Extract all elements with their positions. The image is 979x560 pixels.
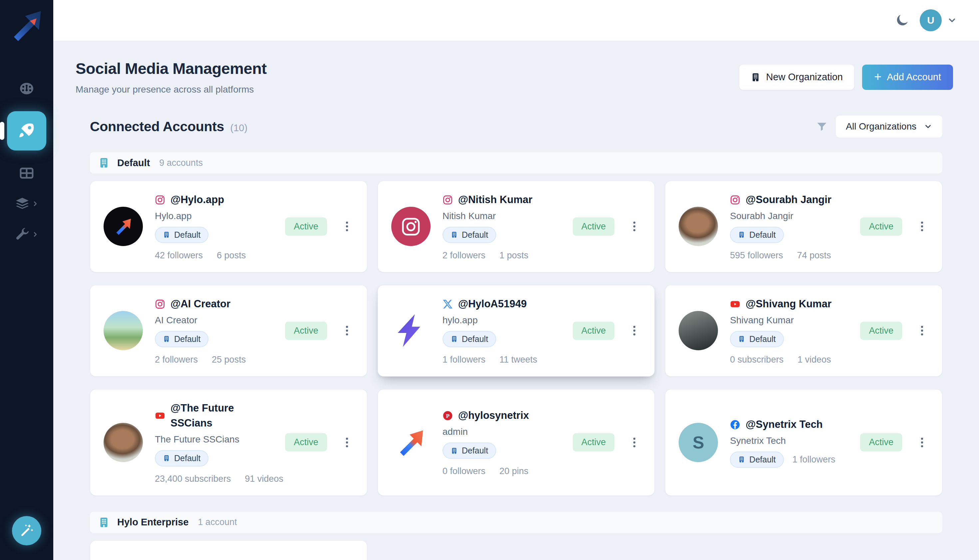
layers-icon — [14, 196, 30, 212]
kebab-menu-icon — [340, 322, 354, 339]
chevron-right-icon — [32, 200, 39, 207]
stat-value: 11 tweets — [499, 355, 537, 365]
more-options-button[interactable] — [340, 434, 354, 451]
account-avatar: S — [679, 423, 718, 462]
account-handle: @AI Creator — [170, 297, 230, 312]
stat-value: 2 followers — [155, 355, 198, 365]
account-card[interactable]: @Hylo.app Hylo.app Default 42 followers6… — [90, 181, 367, 272]
account-handle: @Hylo.app — [170, 192, 224, 207]
account-group: Hylo Enterprise 1 account R @Rudra Rudra… — [90, 512, 942, 560]
account-handle: @Sourabh Jangir — [746, 192, 832, 207]
more-options-button[interactable] — [628, 434, 641, 451]
organization-badge: Default — [155, 450, 208, 467]
instagram-icon — [155, 195, 165, 205]
account-avatar — [391, 311, 430, 350]
user-menu[interactable]: U — [920, 9, 957, 31]
sidebar-item-apps[interactable] — [18, 165, 35, 181]
instagram-logo — [391, 207, 430, 246]
organization-badge-label: Default — [749, 230, 776, 240]
organization-building-icon — [98, 157, 110, 169]
account-card[interactable]: @AI Creator AI Creator Default 2 followe… — [90, 285, 367, 377]
new-organization-button[interactable]: New Organization — [739, 65, 854, 90]
profile-photo — [103, 311, 143, 350]
account-card[interactable]: @HyloA51949 hylo.app Default 1 followers… — [378, 285, 655, 377]
organization-building-icon — [98, 517, 110, 528]
organization-group-header[interactable]: Hylo Enterprise 1 account — [90, 512, 942, 533]
building-icon — [163, 335, 170, 343]
account-card[interactable]: P @hylosynetrix admin Default 0 follower… — [378, 389, 655, 496]
more-options-button[interactable] — [628, 322, 641, 339]
building-icon — [450, 335, 458, 343]
organization-badge: Default — [442, 331, 496, 347]
dark-mode-toggle[interactable] — [894, 13, 910, 28]
account-cards-grid: R @Rudra Rudra Hylo Enterprise Active — [90, 540, 942, 560]
status-badge: Active — [573, 322, 615, 340]
account-card[interactable]: @The Future SSCians The Future SSCians D… — [90, 389, 367, 496]
status-badge: Active — [285, 433, 327, 452]
more-options-button[interactable] — [628, 218, 641, 235]
more-options-button[interactable] — [340, 218, 354, 235]
building-icon — [450, 231, 458, 238]
stat-value: 1 posts — [499, 250, 529, 261]
building-icon — [450, 447, 458, 455]
account-card[interactable]: S @Synetrix Tech Synetrix Tech Default 1… — [665, 389, 942, 496]
status-badge: Active — [860, 433, 902, 452]
hylo-arrow-logo — [395, 427, 426, 458]
connected-accounts-header: Connected Accounts (10) All Organization… — [90, 115, 942, 138]
account-handle: @Rudra — [170, 557, 210, 560]
building-icon — [751, 72, 761, 82]
sidebar-item-social-accounts[interactable] — [7, 111, 46, 150]
account-stats: 23,400 subscribers91 videos — [155, 474, 285, 484]
status-badge: Active — [285, 322, 327, 340]
organization-badge-label: Default — [749, 334, 776, 344]
stat-value: 595 followers — [730, 250, 783, 261]
account-stats: 2 followers1 posts — [442, 250, 573, 261]
grid-icon — [18, 165, 35, 181]
page-title: Social Media Management — [76, 59, 267, 78]
instagram-icon — [730, 195, 740, 205]
more-options-button[interactable] — [916, 434, 929, 451]
chevron-right-icon — [32, 231, 39, 238]
account-display-name: The Future SSCians — [155, 434, 285, 445]
account-card[interactable]: @Nitish Kumar Nitish Kumar Default 2 fol… — [378, 181, 655, 272]
account-handle: @Shivang Kumar — [746, 297, 832, 312]
topbar: U — [53, 0, 979, 41]
status-badge: Active — [573, 433, 615, 452]
account-cards-grid: @Hylo.app Hylo.app Default 42 followers6… — [90, 181, 942, 496]
add-account-button[interactable]: + Add Account — [862, 65, 953, 90]
organization-badge: Default — [155, 331, 208, 347]
organization-filter-value: All Organizations — [846, 121, 916, 132]
brand-bolt-logo — [392, 312, 430, 349]
profile-photo — [103, 423, 143, 462]
kebab-menu-icon — [628, 218, 641, 235]
account-card[interactable]: @Shivang Kumar Shivang Kumar Default 0 s… — [665, 285, 942, 377]
organization-badge: Default — [730, 331, 784, 347]
stat-value: 0 followers — [442, 466, 485, 477]
sidebar-item-dashboard[interactable] — [18, 80, 35, 97]
magic-wand-button[interactable] — [12, 516, 41, 545]
account-handle: @hylosynetrix — [458, 408, 529, 423]
account-card[interactable]: @Sourabh Jangir Sourabh Jangir Default 5… — [665, 181, 942, 272]
sidebar-item-tools[interactable] — [14, 227, 39, 242]
youtube-icon — [730, 299, 740, 309]
account-avatar — [391, 423, 430, 462]
pinterest-icon: P — [442, 410, 453, 421]
follower-count: 1 followers — [792, 455, 836, 465]
account-stats: 42 followers6 posts — [155, 250, 285, 261]
sidebar-item-content[interactable] — [14, 196, 39, 212]
more-options-button[interactable] — [340, 322, 354, 339]
organization-filter-select[interactable]: All Organizations — [836, 115, 942, 138]
account-display-name: admin — [442, 427, 573, 437]
more-options-button[interactable] — [916, 322, 929, 339]
user-avatar[interactable]: U — [920, 9, 942, 31]
avatar-initial: S — [693, 432, 704, 452]
account-display-name: Synetrix Tech — [730, 435, 860, 446]
account-display-name: hylo.app — [442, 315, 573, 326]
account-card[interactable]: R @Rudra Rudra Hylo Enterprise Active — [90, 540, 367, 560]
organization-badge-label: Default — [174, 453, 200, 463]
chevron-down-icon — [924, 122, 932, 131]
account-stats: 1 followers11 tweets — [442, 355, 573, 365]
organization-group-header[interactable]: Default 9 accounts — [90, 152, 942, 173]
more-options-button[interactable] — [916, 218, 929, 235]
kebab-menu-icon — [340, 218, 354, 235]
